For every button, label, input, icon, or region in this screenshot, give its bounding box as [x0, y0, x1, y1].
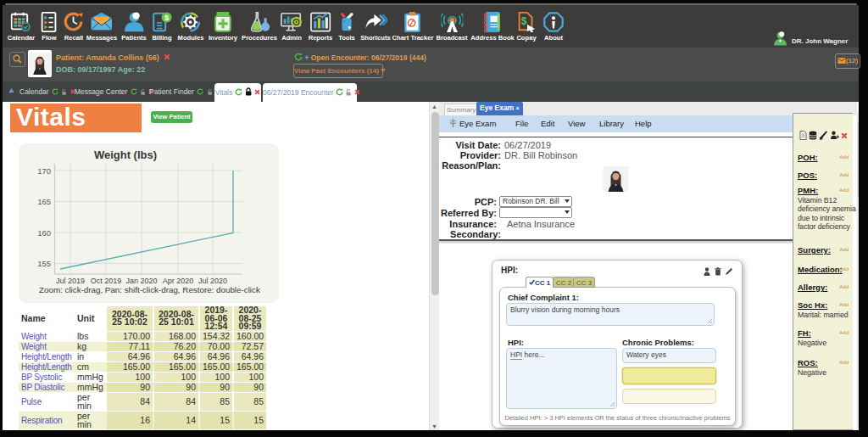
svg-text:Jul 2019: Jul 2019	[56, 277, 85, 285]
svg-text:Weight (lbs): Weight (lbs)	[94, 148, 157, 161]
svg-text:Apr 2020: Apr 2020	[163, 277, 194, 285]
svg-text:Jul 2020: Jul 2020	[198, 277, 227, 285]
svg-text:165: 165	[37, 197, 51, 206]
svg-text:$: $	[521, 15, 527, 27]
svg-text:Jan 2020: Jan 2020	[125, 277, 157, 285]
svg-text:155: 155	[37, 259, 51, 268]
svg-text:Oct 2019: Oct 2019	[91, 277, 122, 285]
svg-text:$: $	[164, 13, 170, 21]
svg-text:Zoom: click-drag, Pan: shift-c: Zoom: click-drag, Pan: shift-click-drag,…	[39, 285, 260, 294]
svg-text:170: 170	[37, 166, 51, 176]
svg-text:160: 160	[37, 228, 51, 238]
